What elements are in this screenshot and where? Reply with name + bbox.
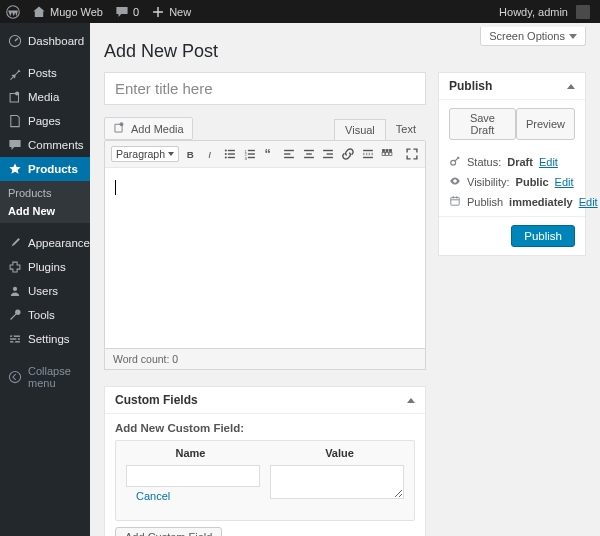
cf-value-header: Value bbox=[265, 441, 414, 465]
sidebar-item-label: Posts bbox=[28, 67, 57, 79]
format-label: Paragraph bbox=[116, 148, 165, 160]
text-tab[interactable]: Text bbox=[386, 119, 426, 140]
blockquote-button[interactable]: “ bbox=[262, 145, 277, 163]
svg-rect-42 bbox=[382, 153, 385, 156]
sidebar-item-comments[interactable]: Comments bbox=[0, 133, 90, 157]
sidebar-subitem-products-list[interactable]: Products bbox=[0, 184, 90, 202]
italic-button[interactable]: I bbox=[204, 145, 219, 163]
publish-schedule-row: Publish immediately Edit bbox=[449, 192, 575, 212]
svg-rect-33 bbox=[323, 150, 333, 151]
account-link[interactable]: Howdy, admin bbox=[493, 0, 600, 23]
sidebar-item-label: Media bbox=[28, 91, 59, 103]
bold-button[interactable]: B bbox=[184, 145, 199, 163]
svg-rect-36 bbox=[363, 150, 373, 151]
svg-point-8 bbox=[16, 338, 18, 340]
sidebar-item-products[interactable]: Products bbox=[0, 157, 90, 181]
sidebar-item-dashboard[interactable]: Dashboard bbox=[0, 29, 90, 53]
screen-options-toggle[interactable]: Screen Options bbox=[480, 27, 586, 46]
comments-icon bbox=[8, 138, 22, 152]
svg-rect-40 bbox=[386, 149, 389, 152]
sidebar-item-pages[interactable]: Pages bbox=[0, 109, 90, 133]
fullscreen-button[interactable] bbox=[404, 145, 419, 163]
sidebar-item-label: Pages bbox=[28, 115, 61, 127]
media-icon bbox=[113, 121, 126, 136]
save-draft-button[interactable]: Save Draft bbox=[449, 108, 516, 140]
svg-rect-19 bbox=[228, 157, 235, 158]
brush-icon bbox=[8, 236, 22, 250]
cf-name-input[interactable] bbox=[126, 465, 260, 487]
sidebar-item-appearance[interactable]: Appearance bbox=[0, 231, 90, 255]
add-custom-field-button[interactable]: Add Custom Field bbox=[115, 527, 222, 536]
caret-icon bbox=[115, 180, 116, 195]
comments-link[interactable]: 0 bbox=[109, 0, 145, 23]
sidebar-item-users[interactable]: Users bbox=[0, 279, 90, 303]
align-center-button[interactable] bbox=[302, 145, 317, 163]
svg-rect-43 bbox=[386, 153, 389, 156]
sidebar-item-media[interactable]: Media bbox=[0, 85, 90, 109]
cf-name-header: Name bbox=[116, 441, 265, 465]
add-media-button[interactable]: Add Media bbox=[104, 117, 193, 140]
editor-content-area[interactable] bbox=[105, 168, 425, 348]
numbered-list-button[interactable]: 123 bbox=[243, 145, 258, 163]
svg-point-14 bbox=[225, 149, 227, 151]
svg-rect-21 bbox=[248, 150, 255, 151]
star-icon bbox=[8, 162, 22, 176]
sidebar-item-plugins[interactable]: Plugins bbox=[0, 255, 90, 279]
bullet-list-button[interactable] bbox=[223, 145, 238, 163]
svg-rect-39 bbox=[382, 149, 385, 152]
svg-rect-28 bbox=[284, 153, 290, 154]
collapse-icon bbox=[8, 370, 22, 384]
readmore-button[interactable] bbox=[360, 145, 375, 163]
edit-status-link[interactable]: Edit bbox=[539, 156, 558, 168]
align-right-button[interactable] bbox=[321, 145, 336, 163]
sidebar-item-posts[interactable]: Posts bbox=[0, 61, 90, 85]
new-link[interactable]: New bbox=[145, 0, 197, 23]
home-icon bbox=[32, 5, 46, 19]
custom-fields-header[interactable]: Custom Fields bbox=[105, 387, 425, 414]
site-name: Mugo Web bbox=[50, 6, 103, 18]
chevron-down-icon bbox=[168, 152, 174, 156]
edit-visibility-link[interactable]: Edit bbox=[555, 176, 574, 188]
wp-logo[interactable] bbox=[0, 0, 26, 23]
editor-toolbar: Paragraph B I 123 “ bbox=[105, 141, 425, 168]
svg-text:3: 3 bbox=[244, 156, 247, 161]
svg-rect-32 bbox=[304, 157, 314, 158]
publish-status-row: Status: Draft Edit bbox=[449, 152, 575, 172]
svg-rect-23 bbox=[248, 153, 255, 154]
admin-sidebar: Dashboard Posts Media Pages Comments Pro… bbox=[0, 23, 90, 536]
post-title-input[interactable] bbox=[104, 72, 426, 105]
word-count-value: 0 bbox=[172, 353, 178, 365]
svg-point-16 bbox=[225, 153, 227, 155]
media-icon bbox=[8, 90, 22, 104]
cf-value-textarea[interactable] bbox=[270, 465, 404, 499]
collapse-menu[interactable]: Collapse menu bbox=[0, 359, 90, 395]
site-link[interactable]: Mugo Web bbox=[26, 0, 109, 23]
pin-icon bbox=[8, 66, 22, 80]
wordpress-icon bbox=[6, 5, 20, 19]
key-icon bbox=[449, 155, 461, 169]
edit-schedule-link[interactable]: Edit bbox=[579, 196, 598, 208]
sidebar-item-settings[interactable]: Settings bbox=[0, 327, 90, 351]
sidebar-item-tools[interactable]: Tools bbox=[0, 303, 90, 327]
toolbar-toggle-button[interactable] bbox=[380, 145, 395, 163]
settings-icon bbox=[8, 332, 22, 346]
svg-rect-34 bbox=[327, 153, 333, 154]
admin-toolbar: Mugo Web 0 New Howdy, admin bbox=[0, 0, 600, 23]
sidebar-item-label: Appearance bbox=[28, 237, 90, 249]
publish-header[interactable]: Publish bbox=[439, 73, 585, 100]
publish-title: Publish bbox=[449, 79, 492, 93]
sidebar-subitem-products-add[interactable]: Add New bbox=[0, 202, 90, 220]
publish-button[interactable]: Publish bbox=[511, 225, 575, 247]
svg-point-7 bbox=[12, 335, 14, 337]
preview-button[interactable]: Preview bbox=[516, 108, 575, 140]
visibility-icon bbox=[449, 175, 461, 189]
sidebar-item-label: Tools bbox=[28, 309, 55, 321]
svg-rect-31 bbox=[306, 153, 312, 154]
link-button[interactable] bbox=[341, 145, 356, 163]
cf-cancel-link[interactable]: Cancel bbox=[126, 487, 180, 510]
svg-rect-35 bbox=[323, 157, 333, 158]
visual-tab[interactable]: Visual bbox=[334, 119, 386, 140]
plus-icon bbox=[151, 5, 165, 19]
format-select[interactable]: Paragraph bbox=[111, 146, 179, 162]
align-left-button[interactable] bbox=[282, 145, 297, 163]
